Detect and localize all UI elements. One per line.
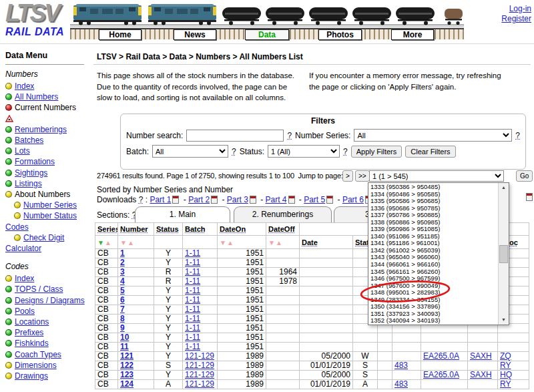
pdf-icon[interactable] <box>172 196 179 204</box>
batch-link[interactable]: 1-11 <box>185 333 200 343</box>
sidebar-item-label[interactable]: Prefixes <box>15 328 43 337</box>
downloads-help-link[interactable]: ? <box>139 195 144 204</box>
number-series-select[interactable]: All <box>354 129 512 142</box>
alloc-link[interactable]: RY <box>500 380 511 389</box>
sort-asc-icon[interactable]: ▼ <box>120 239 127 246</box>
batch-link[interactable]: 1-11 <box>185 268 200 277</box>
tab-main[interactable]: 1. Main <box>135 206 230 222</box>
sidebar-item-label[interactable]: TOPS / Class <box>15 284 63 294</box>
sidebar-item-label[interactable]: Index <box>15 81 34 91</box>
login-link[interactable]: Log-in <box>509 4 531 13</box>
sidebar-item-label[interactable]: Listings <box>15 179 42 188</box>
number-link[interactable]: 2 <box>120 258 125 268</box>
sidebar-item-label[interactable]: Fishkinds <box>15 339 49 348</box>
number-link[interactable]: 3 <box>120 268 125 277</box>
batch-link[interactable]: 121-129 <box>185 361 214 371</box>
sidebar-item-label[interactable]: Formations <box>15 157 55 166</box>
sidebar-item-label[interactable]: Index <box>15 274 34 283</box>
lot-link[interactable]: 483 <box>394 361 408 371</box>
number-link[interactable]: 11 <box>120 343 129 352</box>
nav-data-button[interactable]: Data <box>245 29 289 40</box>
number-link[interactable]: 121 <box>120 352 134 361</box>
sidebar-item-label[interactable]: Locations <box>15 317 49 327</box>
register-link[interactable]: Register <box>501 14 531 23</box>
sort-desc-icon[interactable]: ▲ <box>105 239 112 246</box>
pdf-icon[interactable] <box>211 196 218 204</box>
sort-desc-icon[interactable]: ▲ <box>227 239 234 246</box>
scrollbar-thumb[interactable] <box>499 245 508 263</box>
batch-link[interactable]: 1-11 <box>185 258 200 268</box>
sort-desc-icon[interactable]: ▲ <box>276 239 283 246</box>
alloc-link[interactable]: RY <box>500 361 511 371</box>
batch-link[interactable]: 1-11 <box>185 315 200 324</box>
cotype-link[interactable]: SAXH <box>470 352 492 361</box>
nav-home-button[interactable]: Home <box>99 29 142 40</box>
lot-link[interactable]: 483 <box>394 380 408 389</box>
number-link[interactable]: 122 <box>120 361 134 371</box>
status-help-link[interactable]: ? <box>343 147 348 156</box>
sidebar-item-label[interactable]: All Numbers <box>15 92 58 102</box>
number-search-input[interactable] <box>186 130 284 142</box>
alloc-link[interactable]: HQ <box>500 371 512 380</box>
last-page-button[interactable]: >> <box>355 170 370 182</box>
number-link[interactable]: 5 <box>120 286 125 296</box>
download-part-link[interactable]: Part 1 <box>150 195 171 204</box>
clear-filters-button[interactable]: Clear Filters <box>405 146 455 158</box>
pdf-icon[interactable] <box>250 196 256 204</box>
status-select[interactable]: 1 (All) <box>268 145 340 158</box>
batch-link[interactable]: 1-11 <box>185 277 200 286</box>
sort-asc-icon[interactable]: ▼ <box>268 239 276 246</box>
number-link[interactable]: 1 <box>120 249 125 258</box>
sort-asc-icon[interactable]: ▼ <box>220 239 227 246</box>
batch-link[interactable]: 1-11 <box>185 286 200 296</box>
sidebar-item-label[interactable]: Pools <box>15 307 35 316</box>
number-link[interactable]: 4 <box>120 277 125 286</box>
next-page-button[interactable]: > <box>342 170 353 182</box>
go-button[interactable]: Go <box>516 170 533 182</box>
page-option[interactable]: 1344 (966061 > 966160) <box>368 261 498 268</box>
number-link[interactable]: 10 <box>120 333 129 343</box>
batch-link[interactable]: 121-129 <box>185 380 214 389</box>
download-part-link[interactable]: Part 3 <box>227 195 248 204</box>
number-link[interactable]: 9 <box>120 324 125 333</box>
jump-to-page-select[interactable]: 1 (1 > 545) <box>369 170 504 182</box>
number-link[interactable]: 8 <box>120 315 125 324</box>
nav-news-button[interactable]: News <box>174 29 216 40</box>
sidebar-item-label[interactable]: Batches <box>15 136 43 145</box>
number-search-help-link[interactable]: ? <box>287 131 292 140</box>
nav-more-button[interactable]: More <box>391 29 434 40</box>
scroll-down-icon[interactable]: ▼ <box>499 315 509 325</box>
sidebar-item-label[interactable]: Dimensions <box>15 361 57 370</box>
batch-select[interactable]: All <box>152 145 228 158</box>
batch-link[interactable]: 1-11 <box>185 249 200 258</box>
batch-link[interactable]: 1-11 <box>185 296 200 305</box>
pdf-icon[interactable] <box>526 193 533 201</box>
number-link[interactable]: 6 <box>120 296 125 305</box>
pdf-icon[interactable] <box>288 196 295 204</box>
cotype-link[interactable]: SAXH <box>470 371 492 380</box>
number-link[interactable]: 123 <box>120 371 134 380</box>
number-link[interactable]: 124 <box>120 380 134 389</box>
sidebar-item-label[interactable]: Number Series <box>23 200 77 210</box>
batch-link[interactable]: 121-129 <box>185 352 214 361</box>
download-part-link[interactable]: Part 4 <box>266 195 287 204</box>
download-part-link[interactable]: Part 5 <box>304 195 325 204</box>
number-series-help-link[interactable]: ? <box>515 131 520 140</box>
pdf-icon[interactable] <box>326 196 333 204</box>
download-part-link[interactable]: Part 2 <box>188 195 210 204</box>
sidebar-item-label[interactable]: Sightings <box>15 168 47 178</box>
batch-link[interactable]: 1-11 <box>185 305 200 315</box>
design-link[interactable]: EA265.0A <box>423 352 459 361</box>
tab-renumberings[interactable]: 2. Renumberings <box>234 206 332 222</box>
batch-help-link[interactable]: ? <box>232 147 236 156</box>
download-part-link[interactable]: Part 6 <box>342 195 364 204</box>
page-option[interactable]: 1333 (950386 > 950485) <box>368 184 498 191</box>
apply-filters-button[interactable]: Apply Filters <box>351 146 403 158</box>
nav-photos-button[interactable]: Photos <box>318 29 362 40</box>
batch-link[interactable]: 1-11 <box>185 324 200 333</box>
page-option[interactable]: 1352 (340094 > 340193) <box>368 317 498 324</box>
batch-link[interactable]: 1-11 <box>185 343 200 352</box>
sidebar-item-label[interactable]: Coach Types <box>15 350 61 359</box>
scroll-up-icon[interactable]: ▲ <box>499 183 509 192</box>
dropdown-scrollbar[interactable]: ▲ ▼ <box>498 183 509 325</box>
